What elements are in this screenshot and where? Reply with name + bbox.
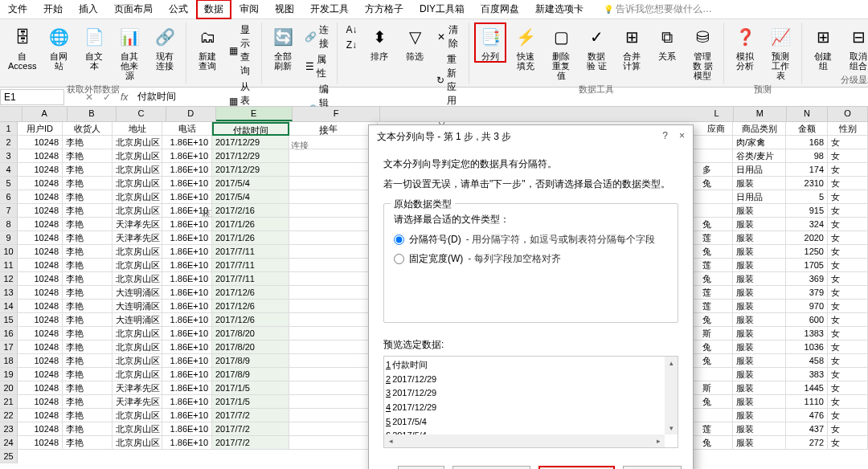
cell[interactable]: 服装	[733, 259, 786, 272]
cell[interactable]: 李艳	[63, 300, 113, 313]
cell[interactable]: 北京房山区	[113, 341, 162, 354]
next-button[interactable]: 下一步(N) >	[538, 466, 615, 469]
row-header[interactable]: 20	[0, 381, 18, 395]
cell[interactable]: 天津孝先区	[113, 395, 162, 409]
row-header[interactable]: 11	[0, 259, 18, 272]
row-header[interactable]: 24	[0, 436, 18, 450]
cell[interactable]: 李艳	[63, 190, 113, 204]
cell[interactable]: 北京房山区	[113, 409, 162, 422]
cell[interactable]: 服装	[733, 177, 786, 190]
cell[interactable]: 莲	[699, 422, 733, 436]
cell[interactable]: 服装	[733, 204, 786, 218]
cell[interactable]: 北京房山区	[113, 163, 162, 177]
select-all-corner[interactable]	[0, 107, 23, 121]
row-header[interactable]: 15	[0, 313, 18, 327]
cell[interactable]: 女	[828, 163, 868, 177]
cell[interactable]: 服装	[733, 409, 786, 422]
fixed-width-radio[interactable]	[394, 254, 404, 264]
forecast-sheet-button[interactable]: 📈预测 工作表	[764, 22, 796, 82]
cell[interactable]: 1.86E+10	[162, 163, 212, 177]
cell[interactable]: 李艳	[63, 395, 113, 409]
cell[interactable]: 李艳	[63, 381, 113, 395]
cell[interactable]: 日用品	[733, 190, 786, 204]
cell[interactable]: 兔	[699, 313, 733, 327]
cell[interactable]: 10248	[18, 245, 63, 259]
cell[interactable]: 2017/8/9	[212, 354, 289, 368]
menu-insert[interactable]: 插入	[71, 0, 106, 19]
cell[interactable]: 北京房山区	[113, 245, 162, 259]
cell[interactable]: 1.86E+10	[162, 231, 212, 245]
row-header[interactable]: 17	[0, 341, 18, 354]
row-header[interactable]: 3	[0, 149, 18, 163]
cell[interactable]: 服装	[733, 218, 786, 231]
cell[interactable]: 1.86E+10	[162, 368, 212, 381]
cell[interactable]: 女	[828, 218, 868, 231]
whatif-button[interactable]: ❓模拟分析	[729, 22, 761, 72]
cell[interactable]: 379	[786, 286, 828, 300]
cell[interactable]: 北京房山区	[113, 190, 162, 204]
cell[interactable]: 兔	[699, 272, 733, 286]
scroll-down-icon[interactable]: ▾	[665, 422, 678, 434]
cell[interactable]: 600	[786, 313, 828, 327]
cell[interactable]: 北京房山区	[113, 422, 162, 436]
cell[interactable]: 1445	[786, 381, 828, 395]
cell[interactable]	[699, 368, 733, 381]
cell[interactable]: 服装	[733, 368, 786, 381]
cell[interactable]: 10248	[18, 395, 63, 409]
cell[interactable]: 北京房山区	[113, 149, 162, 163]
cell[interactable]	[289, 422, 378, 436]
cell[interactable]: 大连明涌区	[113, 313, 162, 327]
cell[interactable]: 10248	[18, 272, 63, 286]
cell[interactable]: 2017/1/5	[212, 381, 289, 395]
hdr-address[interactable]: 地址	[113, 122, 162, 136]
row-header[interactable]: 7	[0, 204, 18, 218]
formula-input[interactable]: 付款时间	[133, 88, 868, 105]
cell[interactable]: 李艳	[63, 259, 113, 272]
sort-button[interactable]: ⬍排序	[363, 22, 395, 63]
cell[interactable]: 北京房山区	[113, 259, 162, 272]
cell[interactable]: 北京房山区	[113, 204, 162, 218]
cell[interactable]: 女	[828, 436, 868, 450]
cell[interactable]: 2017/7/2	[212, 436, 289, 450]
cell[interactable]: 李艳	[63, 245, 113, 259]
cell[interactable]	[289, 409, 378, 422]
cell[interactable]: 莲	[699, 300, 733, 313]
sort-za-button[interactable]: Z↓	[342, 38, 360, 52]
menu-diy[interactable]: DIY工具箱	[411, 0, 473, 19]
cell[interactable]: 女	[828, 341, 868, 354]
cell[interactable]: 服装	[733, 231, 786, 245]
refresh-all-button[interactable]: 🔄全部刷新	[267, 22, 299, 72]
cell[interactable]: 2017/5/4	[212, 177, 289, 190]
remove-dup-button[interactable]: ▢删除 重复值	[545, 22, 577, 82]
group-button[interactable]: ⊞创建组	[807, 22, 839, 72]
cell[interactable]: 1.86E+10	[162, 341, 212, 354]
cell[interactable]: 1.86E+10	[162, 409, 212, 422]
cell[interactable]: 北京房山区	[113, 177, 162, 190]
properties-button[interactable]: ☰属性	[302, 52, 332, 81]
cell[interactable]	[289, 190, 378, 204]
col-header-f[interactable]: F	[293, 107, 380, 121]
cell[interactable]: 多	[699, 163, 733, 177]
cell[interactable]: 970	[786, 300, 828, 313]
cell[interactable]: 兔	[699, 177, 733, 190]
cell[interactable]: 女	[828, 395, 868, 409]
col-header-l[interactable]: L	[700, 107, 734, 121]
cell[interactable]: 莲	[699, 259, 733, 272]
cell[interactable]: 女	[828, 354, 868, 368]
col-header-d[interactable]: D	[166, 107, 216, 121]
cell[interactable]: 大连明涌区	[113, 286, 162, 300]
cell[interactable]: 莲	[699, 286, 733, 300]
cell[interactable]	[289, 231, 378, 245]
finish-button[interactable]: 完成(F)	[623, 466, 682, 469]
cell[interactable]: 2017/8/20	[212, 327, 289, 341]
cell[interactable]: 10248	[18, 204, 63, 218]
cell[interactable]	[289, 327, 378, 341]
cell[interactable]: 1.86E+10	[162, 190, 212, 204]
col-header-m[interactable]: M	[734, 107, 787, 121]
col-header-b[interactable]: B	[68, 107, 117, 121]
cell[interactable]: 1.86E+10	[162, 272, 212, 286]
cell[interactable]: 5	[786, 190, 828, 204]
cell[interactable]: 女	[828, 245, 868, 259]
cell[interactable]: 女	[828, 381, 868, 395]
cell[interactable]: 李艳	[63, 272, 113, 286]
